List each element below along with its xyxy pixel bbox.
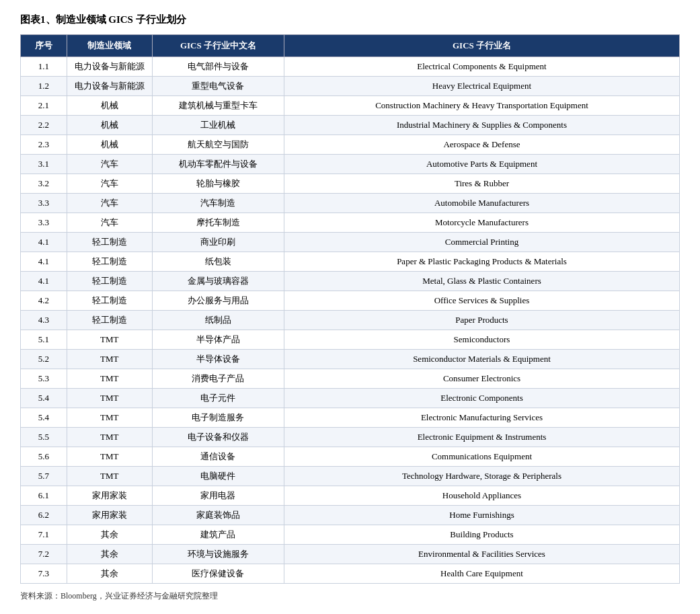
cell-en: Consumer Electronics bbox=[284, 369, 679, 389]
cell-domain: 机械 bbox=[67, 116, 152, 135]
table-row: 7.1其余建筑产品Building Products bbox=[21, 525, 680, 545]
cell-en: Building Products bbox=[284, 525, 679, 545]
cell-en: Paper Products bbox=[284, 311, 679, 330]
cell-en: Commercial Printing bbox=[284, 233, 679, 252]
table-row: 3.3汽车汽车制造Automobile Manufacturers bbox=[21, 194, 680, 213]
cell-en: Semiconductor Materials & Equipment bbox=[284, 350, 679, 369]
cell-en: Health Care Equipment bbox=[284, 564, 679, 584]
cell-num: 2.1 bbox=[21, 96, 67, 116]
table-row: 5.2TMT半导体设备Semiconductor Materials & Equ… bbox=[21, 350, 680, 369]
cell-num: 5.2 bbox=[21, 350, 67, 369]
cell-cn: 纸制品 bbox=[152, 311, 284, 330]
cell-cn: 电脑硬件 bbox=[152, 467, 284, 486]
cell-num: 4.2 bbox=[21, 291, 67, 311]
cell-cn: 汽车制造 bbox=[152, 194, 284, 213]
cell-en: Automotive Parts & Equipment bbox=[284, 155, 679, 174]
cell-domain: 其余 bbox=[67, 525, 152, 545]
cell-num: 4.1 bbox=[21, 272, 67, 291]
main-table: 序号 制造业领域 GICS 子行业中文名 GICS 子行业名 1.1电力设备与新… bbox=[20, 34, 680, 584]
cell-cn: 环境与设施服务 bbox=[152, 545, 284, 564]
header-en: GICS 子行业名 bbox=[284, 35, 679, 57]
cell-num: 7.3 bbox=[21, 564, 67, 584]
cell-domain: TMT bbox=[67, 428, 152, 447]
cell-num: 3.1 bbox=[21, 155, 67, 174]
cell-num: 1.2 bbox=[21, 77, 67, 96]
table-row: 5.7TMT电脑硬件Technology Hardware, Storage &… bbox=[21, 467, 680, 486]
cell-num: 4.1 bbox=[21, 252, 67, 272]
cell-num: 5.4 bbox=[21, 389, 67, 408]
table-row: 3.3汽车摩托车制造Motorcycle Manufacturers bbox=[21, 213, 680, 233]
cell-cn: 建筑机械与重型卡车 bbox=[152, 96, 284, 116]
cell-en: Technology Hardware, Storage & Periphera… bbox=[284, 467, 679, 486]
cell-cn: 电子设备和仪器 bbox=[152, 428, 284, 447]
cell-en: Home Furnishings bbox=[284, 506, 679, 525]
cell-en: Heavy Electrical Equipment bbox=[284, 77, 679, 96]
cell-cn: 航天航空与国防 bbox=[152, 135, 284, 155]
cell-cn: 商业印刷 bbox=[152, 233, 284, 252]
table-row: 1.1电力设备与新能源电气部件与设备Electrical Components … bbox=[21, 57, 680, 77]
table-row: 2.2机械工业机械Industrial Machinery & Supplies… bbox=[21, 116, 680, 135]
table-row: 5.4TMT电子元件Electronic Components bbox=[21, 389, 680, 408]
cell-num: 7.1 bbox=[21, 525, 67, 545]
cell-cn: 机动车零配件与设备 bbox=[152, 155, 284, 174]
cell-cn: 建筑产品 bbox=[152, 525, 284, 545]
cell-cn: 纸包装 bbox=[152, 252, 284, 272]
cell-cn: 重型电气设备 bbox=[152, 77, 284, 96]
cell-en: Electronic Equipment & Instruments bbox=[284, 428, 679, 447]
cell-domain: 电力设备与新能源 bbox=[67, 57, 152, 77]
table-row: 7.2其余环境与设施服务Environmental & Facilities S… bbox=[21, 545, 680, 564]
cell-num: 4.1 bbox=[21, 233, 67, 252]
cell-domain: TMT bbox=[67, 467, 152, 486]
cell-domain: TMT bbox=[67, 389, 152, 408]
table-row: 5.6TMT通信设备Communications Equipment bbox=[21, 447, 680, 467]
cell-domain: TMT bbox=[67, 408, 152, 428]
cell-en: Environmental & Facilities Services bbox=[284, 545, 679, 564]
cell-num: 3.2 bbox=[21, 174, 67, 194]
cell-num: 3.3 bbox=[21, 194, 67, 213]
cell-domain: TMT bbox=[67, 447, 152, 467]
table-row: 2.1机械建筑机械与重型卡车Construction Machinery & H… bbox=[21, 96, 680, 116]
cell-en: Motorcycle Manufacturers bbox=[284, 213, 679, 233]
table-row: 6.2家用家装家庭装饰品Home Furnishings bbox=[21, 506, 680, 525]
cell-cn: 工业机械 bbox=[152, 116, 284, 135]
cell-cn: 家庭装饰品 bbox=[152, 506, 284, 525]
table-row: 6.1家用家装家用电器Household Appliances bbox=[21, 486, 680, 506]
cell-en: Tires & Rubber bbox=[284, 174, 679, 194]
table-row: 4.1轻工制造纸包装Paper & Plastic Packaging Prod… bbox=[21, 252, 680, 272]
header-cn: GICS 子行业中文名 bbox=[152, 35, 284, 57]
cell-cn: 医疗保健设备 bbox=[152, 564, 284, 584]
cell-domain: 其余 bbox=[67, 564, 152, 584]
cell-cn: 消费电子产品 bbox=[152, 369, 284, 389]
cell-cn: 电气部件与设备 bbox=[152, 57, 284, 77]
cell-cn: 轮胎与橡胶 bbox=[152, 174, 284, 194]
cell-domain: 家用家装 bbox=[67, 506, 152, 525]
cell-cn: 金属与玻璃容器 bbox=[152, 272, 284, 291]
cell-domain: 机械 bbox=[67, 135, 152, 155]
cell-en: Household Appliances bbox=[284, 486, 679, 506]
cell-domain: 轻工制造 bbox=[67, 272, 152, 291]
cell-num: 1.1 bbox=[21, 57, 67, 77]
table-row: 5.3TMT消费电子产品Consumer Electronics bbox=[21, 369, 680, 389]
cell-domain: 轻工制造 bbox=[67, 291, 152, 311]
cell-en: Industrial Machinery & Supplies & Compon… bbox=[284, 116, 679, 135]
table-row: 3.1汽车机动车零配件与设备Automotive Parts & Equipme… bbox=[21, 155, 680, 174]
cell-domain: 电力设备与新能源 bbox=[67, 77, 152, 96]
cell-domain: 轻工制造 bbox=[67, 252, 152, 272]
cell-num: 3.3 bbox=[21, 213, 67, 233]
cell-en: Metal, Glass & Plastic Containers bbox=[284, 272, 679, 291]
table-row: 1.2电力设备与新能源重型电气设备Heavy Electrical Equipm… bbox=[21, 77, 680, 96]
table-row: 5.1TMT半导体产品Semiconductors bbox=[21, 330, 680, 350]
cell-cn: 办公服务与用品 bbox=[152, 291, 284, 311]
cell-en: Automobile Manufacturers bbox=[284, 194, 679, 213]
cell-cn: 电子元件 bbox=[152, 389, 284, 408]
cell-en: Electronic Components bbox=[284, 389, 679, 408]
cell-num: 5.5 bbox=[21, 428, 67, 447]
table-row: 4.1轻工制造金属与玻璃容器Metal, Glass & Plastic Con… bbox=[21, 272, 680, 291]
cell-en: Aerospace & Defense bbox=[284, 135, 679, 155]
cell-num: 5.6 bbox=[21, 447, 67, 467]
footer-note: 资料来源：Bloomberg，兴业证券经济与金融研究院整理 bbox=[20, 590, 680, 602]
cell-domain: 轻工制造 bbox=[67, 233, 152, 252]
cell-domain: TMT bbox=[67, 369, 152, 389]
table-row: 4.2轻工制造办公服务与用品Office Services & Supplies bbox=[21, 291, 680, 311]
cell-domain: 机械 bbox=[67, 96, 152, 116]
